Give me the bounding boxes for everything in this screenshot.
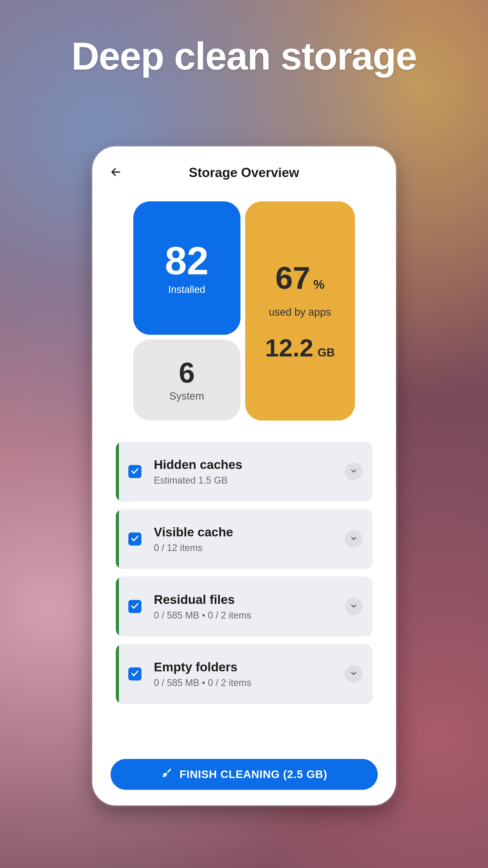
check-icon bbox=[130, 534, 139, 544]
percent-symbol: % bbox=[314, 277, 325, 291]
status-stripe bbox=[116, 509, 119, 569]
expand-button[interactable] bbox=[345, 463, 362, 480]
checkbox-empty-folders[interactable] bbox=[128, 668, 141, 681]
usage-size: 12.2 bbox=[265, 334, 314, 362]
status-stripe bbox=[116, 644, 119, 704]
system-count: 6 bbox=[179, 358, 195, 387]
usage-size-row: 12.2 GB bbox=[265, 334, 335, 362]
clean-item-text: Residual files 0 / 585 MB • 0 / 2 items bbox=[154, 592, 345, 621]
status-stripe bbox=[116, 441, 119, 502]
clean-item-empty-folders[interactable]: Empty folders 0 / 585 MB • 0 / 2 items bbox=[116, 644, 372, 704]
checkbox-visible-cache[interactable] bbox=[128, 532, 141, 546]
chevron-down-icon bbox=[350, 534, 358, 544]
phone-frame: Storage Overview 82 Installed 6 System 6… bbox=[92, 147, 396, 806]
usage-label: used by apps bbox=[269, 306, 331, 318]
expand-button[interactable] bbox=[345, 597, 362, 615]
check-icon bbox=[130, 601, 139, 612]
clean-item-subtitle: 0 / 585 MB • 0 / 2 items bbox=[154, 610, 345, 621]
page-title: Storage Overview bbox=[108, 165, 380, 180]
clean-item-title: Residual files bbox=[154, 592, 345, 607]
system-card[interactable]: 6 System bbox=[133, 339, 240, 421]
clean-item-subtitle: 0 / 12 items bbox=[154, 542, 345, 553]
usage-percent: 67 bbox=[275, 260, 310, 296]
installed-card[interactable]: 82 Installed bbox=[133, 202, 240, 335]
finish-button-label: FINISH CLEANING (2.5 GB) bbox=[180, 768, 327, 781]
clean-item-text: Hidden caches Estimated 1.5 GB bbox=[154, 457, 345, 486]
expand-button[interactable] bbox=[345, 530, 362, 548]
checkbox-residual-files[interactable] bbox=[128, 600, 141, 613]
clean-item-hidden-caches[interactable]: Hidden caches Estimated 1.5 GB bbox=[116, 441, 372, 502]
clean-item-title: Hidden caches bbox=[154, 457, 345, 472]
hero-title: Deep clean storage bbox=[0, 0, 488, 79]
broom-icon bbox=[161, 767, 173, 782]
check-icon bbox=[130, 467, 139, 476]
installed-label: Installed bbox=[168, 284, 205, 295]
expand-button[interactable] bbox=[345, 665, 362, 683]
clean-item-text: Visible cache 0 / 12 items bbox=[154, 525, 345, 553]
usage-card[interactable]: 67 % used by apps 12.2 GB bbox=[245, 202, 355, 421]
app-header: Storage Overview bbox=[108, 165, 380, 181]
clean-item-text: Empty folders 0 / 585 MB • 0 / 2 items bbox=[154, 660, 345, 688]
clean-item-title: Visible cache bbox=[154, 525, 345, 539]
clean-item-subtitle: Estimated 1.5 GB bbox=[154, 475, 345, 486]
stats-grid: 82 Installed 6 System 67 % used by apps … bbox=[108, 202, 380, 421]
checkbox-hidden-caches[interactable] bbox=[128, 465, 141, 478]
check-icon bbox=[130, 669, 139, 679]
installed-count: 82 bbox=[165, 241, 208, 280]
usage-size-unit: GB bbox=[318, 346, 335, 359]
clean-item-residual-files[interactable]: Residual files 0 / 585 MB • 0 / 2 items bbox=[116, 577, 372, 637]
chevron-down-icon bbox=[350, 669, 358, 679]
clean-item-subtitle: 0 / 585 MB • 0 / 2 items bbox=[154, 677, 345, 688]
system-label: System bbox=[169, 390, 204, 402]
clean-item-visible-cache[interactable]: Visible cache 0 / 12 items bbox=[116, 509, 372, 569]
finish-cleaning-button[interactable]: FINISH CLEANING (2.5 GB) bbox=[110, 759, 378, 790]
status-stripe bbox=[116, 577, 119, 637]
chevron-down-icon bbox=[350, 467, 358, 476]
clean-item-title: Empty folders bbox=[154, 660, 345, 674]
clean-list: Hidden caches Estimated 1.5 GB Visible c… bbox=[108, 441, 380, 746]
chevron-down-icon bbox=[350, 602, 358, 611]
usage-percent-row: 67 % bbox=[275, 260, 324, 296]
